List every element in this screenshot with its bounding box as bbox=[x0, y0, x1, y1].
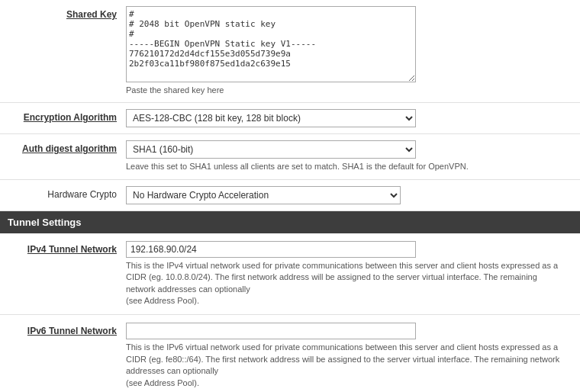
ipv4-tunnel-help: This is the IPv4 virtual network used fo… bbox=[126, 260, 561, 307]
ipv6-tunnel-row: IPv6 Tunnel Network This is the IPv6 vir… bbox=[0, 315, 580, 392]
shared-key-help: Paste the shared key here bbox=[126, 85, 572, 96]
ipv6-tunnel-help: This is the IPv6 virtual network used fo… bbox=[126, 342, 561, 389]
auth-digest-label: Auth digest algorithm bbox=[8, 140, 126, 154]
auth-digest-help: Leave this set to SHA1 unless all client… bbox=[126, 161, 572, 172]
auth-digest-row: Auth digest algorithm MD5 (128-bit)SHA1 … bbox=[0, 134, 580, 179]
shared-key-label: Shared Key bbox=[8, 6, 126, 20]
shared-key-content: Paste the shared key here bbox=[126, 6, 572, 96]
vpn-settings-form: Shared Key Paste the shared key here Enc… bbox=[0, 0, 580, 392]
tunnel-settings-header: Tunnel Settings bbox=[0, 211, 580, 233]
ipv6-tunnel-input[interactable] bbox=[126, 323, 416, 339]
auth-digest-select[interactable]: MD5 (128-bit)SHA1 (160-bit)SHA256 (256-b… bbox=[126, 140, 416, 159]
ipv6-tunnel-label: IPv6 Tunnel Network bbox=[8, 323, 126, 336]
hardware-crypto-label: Hardware Crypto bbox=[8, 186, 126, 200]
shared-key-row: Shared Key Paste the shared key here bbox=[0, 0, 580, 103]
shared-key-wrapper bbox=[126, 6, 572, 82]
ipv4-tunnel-input[interactable] bbox=[126, 241, 416, 258]
ipv4-tunnel-label: IPv4 Tunnel Network bbox=[8, 241, 126, 255]
ipv4-tunnel-content: This is the IPv4 virtual network used fo… bbox=[126, 241, 572, 307]
encryption-algorithm-row: Encryption Algorithm AES-128-CBC (128 bi… bbox=[0, 103, 580, 134]
hardware-crypto-content: No Hardware Crypto AccelerationBSD crypt… bbox=[126, 186, 572, 204]
hardware-crypto-select[interactable]: No Hardware Crypto AccelerationBSD crypt… bbox=[126, 186, 401, 204]
auth-digest-content: MD5 (128-bit)SHA1 (160-bit)SHA256 (256-b… bbox=[126, 140, 572, 172]
encryption-algorithm-content: AES-128-CBC (128 bit key, 128 bit block)… bbox=[126, 109, 572, 127]
hardware-crypto-row: Hardware Crypto No Hardware Crypto Accel… bbox=[0, 180, 580, 211]
ipv6-tunnel-content: This is the IPv6 virtual network used fo… bbox=[126, 323, 572, 389]
encryption-algorithm-label: Encryption Algorithm bbox=[8, 109, 126, 123]
encryption-algorithm-select[interactable]: AES-128-CBC (128 bit key, 128 bit block)… bbox=[126, 109, 416, 127]
ipv4-tunnel-row: IPv4 Tunnel Network This is the IPv4 vir… bbox=[0, 233, 580, 316]
shared-key-textarea[interactable] bbox=[126, 6, 416, 82]
